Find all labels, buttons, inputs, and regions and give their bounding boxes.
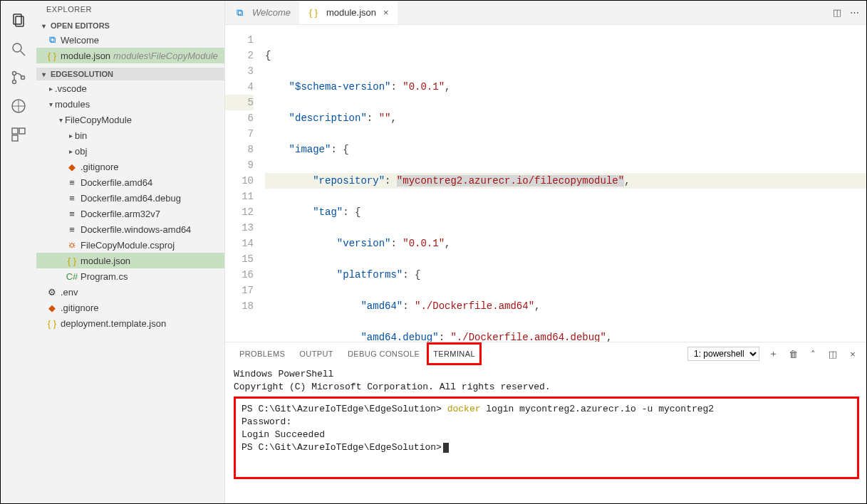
panel-tab-problems[interactable]: PROBLEMS (232, 342, 292, 365)
tree-folder[interactable]: ▾modules (36, 96, 224, 112)
terminal-line: PS C:\Git\AzureIoTEdge\EdgeSolution> (242, 441, 851, 454)
svg-rect-9 (19, 128, 25, 134)
svg-line-3 (21, 51, 25, 56)
extensions-activity-icon[interactable] (1, 120, 36, 149)
vscode-icon: ⧉ (46, 34, 58, 46)
svg-point-5 (13, 80, 16, 84)
new-terminal-icon[interactable]: ＋ (767, 347, 779, 360)
svg-rect-8 (12, 128, 18, 134)
chevron-down-icon: ▾ (39, 70, 48, 78)
tree-folder[interactable]: ▸.vscode (36, 80, 224, 96)
tree-file[interactable]: ≡Dockerfile.amd64.debug (36, 190, 224, 206)
open-editors-header[interactable]: ▾ OPEN EDITORS (36, 19, 224, 32)
json-icon: { } (46, 51, 58, 61)
kill-terminal-icon[interactable]: 🗑 (786, 349, 799, 359)
svg-rect-1 (16, 16, 24, 26)
terminal-line: Copyright (C) Microsoft Corporation. All… (234, 381, 859, 394)
file-icon: ≡ (66, 224, 78, 235)
terminal[interactable]: Windows PowerShell Copyright (C) Microso… (232, 365, 859, 479)
workspace-folder-header[interactable]: ▾ EDGESOLUTION (36, 68, 224, 80)
tab-module-json[interactable]: { } module.json × (299, 1, 398, 24)
tree-file[interactable]: ◆.gitignore (36, 159, 224, 174)
csproj-icon: ⛭ (66, 240, 78, 251)
split-editor-icon[interactable]: ◫ (833, 7, 841, 18)
editor-tabs: ⧉ Welcome { } module.json × ◫ ⋯ (225, 1, 866, 25)
bottom-panel: PROBLEMS OUTPUT DEBUG CONSOLE TERMINAL 1… (225, 342, 866, 486)
tree-file[interactable]: ⛭FileCopyModule.csproj (36, 237, 224, 253)
panel-tab-output[interactable]: OUTPUT (292, 342, 341, 365)
panel-tab-debug[interactable]: DEBUG CONSOLE (341, 342, 427, 365)
activity-bar (1, 1, 36, 503)
panel-tab-terminal[interactable]: TERMINAL (427, 342, 482, 365)
open-editor-item[interactable]: ⧉ Welcome (36, 32, 224, 48)
tree-file[interactable]: ◆.gitignore (36, 300, 224, 315)
debug-activity-icon[interactable] (1, 92, 36, 120)
close-icon[interactable]: × (383, 7, 389, 18)
line-numbers: 1234 5 6789101112131415161718 (225, 25, 265, 342)
vscode-icon: ⧉ (234, 7, 245, 19)
highlighted-terminal-region: PS C:\Git\AzureIoTEdge\EdgeSolution> doc… (234, 397, 859, 479)
terminal-line: Login Succeeded (242, 429, 851, 441)
terminal-line: Windows PowerShell (234, 368, 859, 381)
git-icon: ◆ (46, 303, 58, 313)
tree-folder[interactable]: ▸obj (36, 143, 224, 159)
tab-welcome[interactable]: ⧉ Welcome (225, 1, 299, 24)
tree-file[interactable]: ⚙.env (36, 284, 224, 300)
explorer-sidebar: EXPLORER ▾ OPEN EDITORS ⧉ Welcome { } mo… (36, 1, 225, 503)
panel-maximize-icon[interactable]: ◫ (826, 349, 839, 359)
text-editor[interactable]: 1234 5 6789101112131415161718 { "$schema… (225, 25, 866, 342)
chevron-right-icon: ▸ (46, 85, 55, 93)
chevron-down-icon: ▾ (56, 116, 65, 124)
tree-file[interactable]: C#Program.cs (36, 268, 224, 284)
chevron-down-icon: ▾ (39, 22, 48, 30)
open-editor-item[interactable]: { } module.json modules\FileCopyModule (36, 48, 224, 63)
svg-point-4 (13, 72, 16, 75)
tree-file[interactable]: ≡Dockerfile.windows-amd64 (36, 221, 224, 237)
terminal-cursor (443, 443, 449, 453)
file-icon: ≡ (66, 193, 78, 204)
json-icon: { } (66, 256, 78, 266)
tree-file[interactable]: { }deployment.template.json (36, 315, 224, 331)
tree-file[interactable]: ≡Dockerfile.arm32v7 (36, 206, 224, 221)
explorer-title: EXPLORER (36, 1, 224, 19)
csharp-icon: C# (66, 271, 78, 282)
file-icon: ≡ (66, 209, 78, 219)
editor-group: ⧉ Welcome { } module.json × ◫ ⋯ 1234 5 6… (225, 1, 866, 503)
tree-folder[interactable]: ▸bin (36, 127, 224, 143)
chevron-down-icon: ▾ (46, 100, 55, 108)
code-content[interactable]: { "$schema-version": "0.0.1", "descripti… (265, 25, 866, 342)
panel-close-icon[interactable]: × (846, 349, 859, 359)
git-icon: ◆ (66, 162, 78, 172)
search-activity-icon[interactable] (1, 35, 36, 63)
json-icon: { } (46, 318, 58, 329)
tree-file[interactable]: { }module.json (36, 253, 224, 268)
tree-file[interactable]: ≡Dockerfile.amd64 (36, 174, 224, 190)
svg-point-2 (13, 43, 21, 52)
terminal-line: Password: (242, 416, 851, 429)
svg-rect-10 (12, 135, 18, 141)
explorer-activity-icon[interactable] (1, 6, 36, 35)
gear-icon: ⚙ (46, 287, 58, 298)
chevron-right-icon: ▸ (66, 147, 75, 155)
panel-up-icon[interactable]: ˄ (806, 349, 819, 359)
chevron-right-icon: ▸ (66, 132, 75, 140)
json-icon: { } (308, 7, 319, 18)
terminal-line: PS C:\Git\AzureIoTEdge\EdgeSolution> doc… (242, 403, 851, 416)
svg-rect-0 (14, 14, 21, 24)
terminal-select[interactable]: 1: powershell (687, 347, 759, 361)
more-icon[interactable]: ⋯ (850, 7, 859, 18)
tree-folder[interactable]: ▾FileCopyModule (36, 112, 224, 127)
scm-activity-icon[interactable] (1, 63, 36, 92)
file-icon: ≡ (66, 177, 78, 188)
